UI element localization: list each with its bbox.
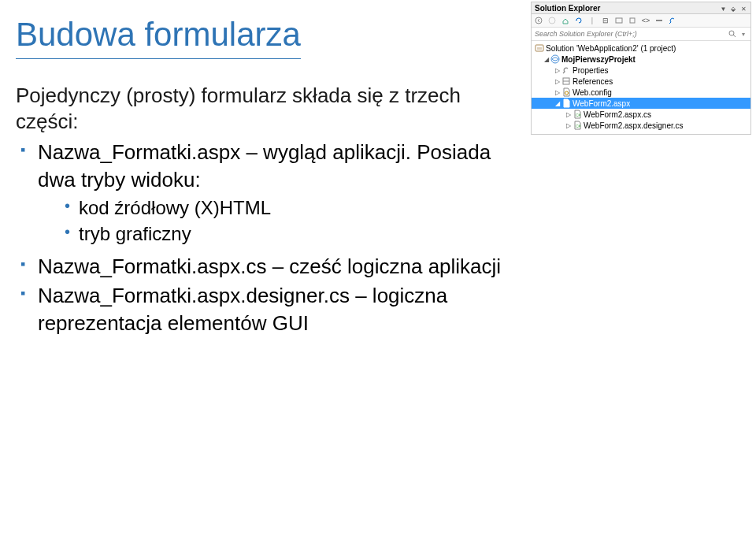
svg-rect-3	[630, 18, 635, 23]
svg-line-6	[733, 35, 736, 37]
config-file-icon	[561, 87, 571, 97]
sub-bullet-item: kod źródłowy (X)HTML	[65, 195, 520, 221]
tree-item[interactable]: ▷ References	[532, 76, 750, 87]
view-icon[interactable]	[654, 15, 665, 26]
sub-bullet-item: tryb graficzny	[65, 221, 520, 247]
expand-icon[interactable]: ▷	[554, 78, 561, 85]
bullet-item: Nazwa_Formatki.aspx.cs – cześć logiczna …	[20, 253, 520, 281]
pin-icon[interactable]: ⬙	[729, 6, 737, 13]
tree-label: Solution 'WebApplication2' (1 project)	[546, 44, 676, 53]
bullet-item: Nazwa_Formatki.aspx.designer.cs – logicz…	[20, 282, 520, 337]
aspx-file-icon	[561, 98, 571, 108]
slide-content: Budowa formularza Pojedynczy (prosty) fo…	[16, 16, 520, 342]
cs-file-icon: C#	[573, 110, 582, 119]
home-icon[interactable]	[560, 15, 571, 26]
properties-icon[interactable]	[627, 15, 638, 26]
expand-icon[interactable]: ▷	[554, 67, 561, 74]
svg-rect-8	[537, 47, 542, 50]
tree-solution-node[interactable]: Solution 'WebApplication2' (1 project)	[532, 43, 750, 54]
bullet-list-level1: Nazwa_Formatki.aspx – wygląd aplikacji. …	[16, 139, 520, 337]
titlebar-icons: ▼ ⬙ ✕	[719, 4, 747, 13]
expand-icon[interactable]: ▷	[554, 89, 561, 96]
bullet-text: Nazwa_Formatki.aspx – wygląd aplikacji. …	[38, 140, 491, 191]
svg-text:C#: C#	[576, 124, 581, 128]
search-dropdown-icon[interactable]: ▾	[738, 28, 749, 39]
tree-label: Properties	[573, 66, 609, 75]
tree-item[interactable]: ▷ C# WebForm2.aspx.designer.cs	[532, 120, 750, 131]
project-icon	[550, 54, 560, 64]
wrench-icon[interactable]	[667, 15, 678, 26]
bullet-item: Nazwa_Formatki.aspx – wygląd aplikacji. …	[20, 139, 520, 247]
expand-icon[interactable]: ▷	[565, 122, 573, 129]
tree-label: MojPierwszyProjekt	[561, 55, 636, 64]
tree-item[interactable]: ▷ C# WebForm2.aspx.cs	[532, 109, 750, 120]
show-all-icon[interactable]	[613, 15, 624, 26]
tree-label: WebForm2.aspx.cs	[584, 110, 651, 119]
tree-item-selected[interactable]: ◢ WebForm2.aspx	[532, 98, 750, 109]
intro-paragraph: Pojedynczy (prosty) formularz składa się…	[16, 83, 520, 134]
refresh-icon[interactable]	[573, 15, 584, 26]
forward-icon[interactable]	[547, 15, 558, 26]
separator-icon: |	[587, 15, 598, 26]
cs-file-icon: C#	[573, 121, 582, 130]
tree-item[interactable]: ▷ Properties	[532, 65, 750, 76]
solution-explorer-titlebar: Solution Explorer ▼ ⬙ ✕	[532, 2, 750, 14]
close-icon[interactable]: ✕	[739, 6, 747, 13]
svg-rect-2	[616, 18, 622, 23]
dropdown-icon[interactable]: ▼	[719, 6, 727, 13]
panel-title: Solution Explorer	[535, 4, 600, 13]
back-icon[interactable]	[533, 15, 544, 26]
search-bar: ▾	[532, 28, 750, 41]
expand-icon[interactable]: ◢	[543, 56, 550, 63]
tree-project-node[interactable]: ◢ MojPierwszyProjekt	[532, 54, 750, 65]
expand-icon[interactable]: ◢	[554, 100, 561, 107]
solution-explorer-toolbar: | ⊟ <>	[532, 14, 750, 28]
solution-explorer-panel: Solution Explorer ▼ ⬙ ✕ | ⊟ <>	[531, 2, 751, 135]
solution-icon	[535, 43, 544, 53]
wrench-icon	[561, 65, 571, 75]
tree-item[interactable]: ▷ Web.config	[532, 87, 750, 98]
bullet-list-level2: kod źródłowy (X)HTML tryb graficzny	[38, 195, 520, 247]
code-icon[interactable]: <>	[640, 15, 651, 26]
svg-rect-4	[656, 20, 662, 21]
svg-point-0	[536, 17, 542, 24]
tree-label: WebForm2.aspx.designer.cs	[584, 121, 684, 130]
search-input[interactable]	[533, 29, 727, 39]
tree-label: WebForm2.aspx	[573, 99, 630, 108]
svg-text:C#: C#	[576, 113, 581, 117]
slide-title: Budowa formularza	[16, 16, 301, 59]
tree-label: References	[573, 77, 613, 86]
collapse-icon[interactable]: ⊟	[600, 15, 611, 26]
solution-tree: Solution 'WebApplication2' (1 project) ◢…	[532, 41, 750, 134]
expand-icon[interactable]: ▷	[565, 111, 573, 118]
tree-label: Web.config	[573, 88, 612, 97]
references-icon	[561, 76, 571, 86]
svg-point-1	[549, 17, 555, 24]
search-icon[interactable]	[727, 28, 738, 39]
